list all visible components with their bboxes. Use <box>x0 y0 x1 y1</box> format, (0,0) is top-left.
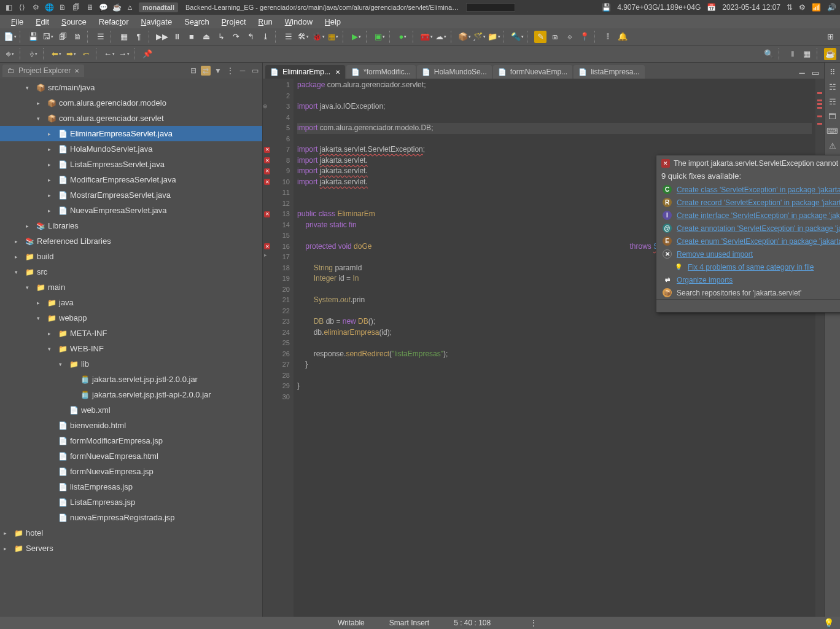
volume-icon[interactable]: 🔊 <box>827 3 836 12</box>
minimize-icon[interactable]: ─ <box>238 66 247 76</box>
search-button[interactable]: 🔦▾ <box>511 31 523 43</box>
editor-tab[interactable]: 📄HolaMundoSe... <box>417 65 492 79</box>
problems-trim-icon[interactable]: ⚠ <box>827 140 838 151</box>
tree-item[interactable]: ▾📦src/main/java <box>0 80 262 95</box>
tree-item[interactable]: 📄web.xml <box>0 402 262 418</box>
history-fwd-button[interactable]: →▾ <box>118 48 130 60</box>
tree-item[interactable]: ▾📁WEB-INF <box>0 341 262 356</box>
tree-item[interactable]: 📄formNuevaEmpresa.jsp <box>0 464 262 479</box>
columns-icon[interactable]: ⦙⦙ <box>602 31 614 43</box>
save-all-button[interactable]: 🖫▾ <box>42 31 54 43</box>
eclipse-icon[interactable]: ◧ <box>4 2 14 12</box>
tree-item[interactable]: 🫙jakarta.servlet.jsp.jstl-api-2.0.0.jar <box>0 387 262 402</box>
menu-window[interactable]: Window <box>280 17 317 26</box>
tree-item[interactable]: ▾📦com.alura.gerenciador.servlet <box>0 111 262 126</box>
chevron-icon[interactable]: ▸ <box>48 330 55 337</box>
tree-item[interactable]: ▸📚Referenced Libraries <box>0 233 262 249</box>
tree-item[interactable]: 📄nuevaEmpresaRegistrada.jsp <box>0 510 262 525</box>
tree-item[interactable]: ▸📄ModificarEmpresaServlet.java <box>0 172 262 187</box>
menu-edit[interactable]: Edit <box>31 17 54 26</box>
terminal-trim-icon[interactable]: ⌨ <box>827 125 838 136</box>
outline-trim-icon[interactable]: ☵ <box>827 81 838 92</box>
chevron-icon[interactable]: ▸ <box>15 238 22 244</box>
tree-item[interactable]: ▸📄ListaEmpresasServlet.java <box>0 157 262 172</box>
chevron-icon[interactable]: ▾ <box>26 85 33 91</box>
quickfix-label[interactable]: Fix 4 problems of same category in file <box>688 263 814 272</box>
run-server-button[interactable]: ▣▾ <box>373 31 386 43</box>
servers-trim-icon[interactable]: 🗔 <box>827 111 838 122</box>
editor-tab[interactable]: 📄*formModific... <box>346 65 416 79</box>
gear-icon[interactable]: ⚙ <box>799 3 806 12</box>
history-back-button[interactable]: ←▾ <box>103 48 115 60</box>
app-icon[interactable]: 🗎 <box>58 2 68 12</box>
quickfix-label[interactable]: Remove unused import <box>677 250 753 259</box>
tree-item[interactable]: ▸📁hotel <box>0 525 262 541</box>
chevron-icon[interactable]: ▸ <box>37 300 44 306</box>
block-sel-icon[interactable]: ▦ <box>118 31 130 43</box>
task-trim-icon[interactable]: ☶ <box>827 96 838 107</box>
tree-item[interactable]: 📄bienvenido.html <box>0 418 262 433</box>
tip-lamp-icon[interactable]: 💡 <box>823 618 834 628</box>
chevron-icon[interactable]: ▾ <box>59 361 66 367</box>
link-editor-icon[interactable]: ⇄ <box>201 66 211 76</box>
quickfix-label[interactable]: Create enum 'ServletException' in packag… <box>677 237 840 246</box>
quickfix-item[interactable]: CCreate class 'ServletException' in pack… <box>656 183 840 196</box>
tree-item[interactable]: 📄formNuevaEmpresa.html <box>0 448 262 464</box>
tree-item[interactable]: ▸📄MostrarEmpresaServlet.java <box>0 187 262 203</box>
quickfix-label[interactable]: Search repositories for 'jakarta.servlet… <box>677 289 801 297</box>
app-icon[interactable]: 🜂 <box>125 2 135 12</box>
external-tools-button[interactable]: 🧰▾ <box>420 31 432 43</box>
tree-item[interactable]: ▾📁lib <box>0 356 262 372</box>
project-explorer-tab[interactable]: 🗀 Project Explorer ✕ <box>2 64 84 77</box>
menu-source[interactable]: Source <box>56 17 91 26</box>
package-new-button[interactable]: ⎀▾ <box>27 48 39 60</box>
step-over-icon[interactable]: ↷ <box>230 31 242 43</box>
project-tree[interactable]: ▾📦src/main/java▸📦com.alura.gerenciador.m… <box>0 79 262 617</box>
pause-icon[interactable]: ⏸ <box>171 31 183 43</box>
last-edit-button[interactable]: ⤺ <box>80 48 92 60</box>
app-notify-icon[interactable]: 🔔 <box>616 31 629 43</box>
tree-item[interactable]: ▸📦com.alura.gerenciador.modelo <box>0 95 262 111</box>
show-whitespace-icon[interactable]: ¶ <box>133 31 145 43</box>
disconnect-icon[interactable]: ⏏ <box>200 31 212 43</box>
collapse-all-icon[interactable]: ⊟ <box>189 66 198 76</box>
quickfix-item[interactable]: ECreate enum 'ServletException' in packa… <box>656 235 840 248</box>
quickfix-item[interactable]: @Create annotation 'ServletException' in… <box>656 222 840 235</box>
tree-item[interactable]: 🫙jakarta.servlet.jsp.jstl-2.0.0.jar <box>0 372 262 387</box>
search-icon[interactable]: 🔍 <box>763 48 775 60</box>
chevron-icon[interactable]: ▸ <box>48 146 55 152</box>
editor-tab[interactable]: 📄EliminarEmp...✕ <box>265 65 345 79</box>
status-menu-icon[interactable]: ⋮ <box>530 619 537 627</box>
editor-minimize-icon[interactable]: ─ <box>796 66 808 79</box>
step-into-icon[interactable]: ↳ <box>215 31 227 43</box>
editor-maximize-icon[interactable]: ▭ <box>809 66 822 79</box>
close-icon[interactable]: ✕ <box>335 69 340 76</box>
quickfix-label[interactable]: Create class 'ServletException' in packa… <box>677 186 840 194</box>
chevron-icon[interactable]: ▸ <box>37 100 44 106</box>
quickfix-item[interactable]: ✕Remove unused import <box>656 248 840 260</box>
quickfix-item[interactable]: 📦Search repositories for 'jakarta.servle… <box>656 286 840 299</box>
step-filter-icon[interactable]: ☰ <box>282 31 295 43</box>
tree-item[interactable]: ▾📁webapp <box>0 310 262 326</box>
menu-help[interactable]: Help <box>320 17 346 26</box>
chevron-icon[interactable]: ▾ <box>48 346 55 352</box>
class-new-button[interactable]: ⎆▾ <box>4 48 16 60</box>
terminate-icon[interactable]: ■ <box>185 31 198 43</box>
chevron-icon[interactable]: ▾ <box>37 315 44 321</box>
new-button[interactable]: 📄▾ <box>4 31 16 43</box>
switch-editor-button[interactable]: ☰ <box>95 31 107 43</box>
dots-icon[interactable]: ⠿ <box>827 66 838 77</box>
tree-item[interactable]: ▸📁java <box>0 295 262 310</box>
step-return-icon[interactable]: ↰ <box>244 31 257 43</box>
settings-icon[interactable]: ⦀ <box>786 48 798 60</box>
app-icon[interactable]: 💬 <box>98 2 108 12</box>
debug-bug-icon[interactable]: 🐞▾ <box>312 31 324 43</box>
resume-icon[interactable]: ▶▶ <box>156 31 168 43</box>
view-menu-icon[interactable]: ⋮ <box>225 66 235 76</box>
build-icon[interactable]: 🛠▾ <box>297 31 309 43</box>
app-icon[interactable]: ⚙ <box>31 2 41 12</box>
java-perspective-button[interactable]: ☕ <box>824 48 836 60</box>
annotation-icon[interactable]: 🗈 <box>549 31 561 43</box>
chevron-icon[interactable]: ▾ <box>37 115 44 122</box>
nav-fwd-button[interactable]: ➡▾ <box>65 48 77 60</box>
